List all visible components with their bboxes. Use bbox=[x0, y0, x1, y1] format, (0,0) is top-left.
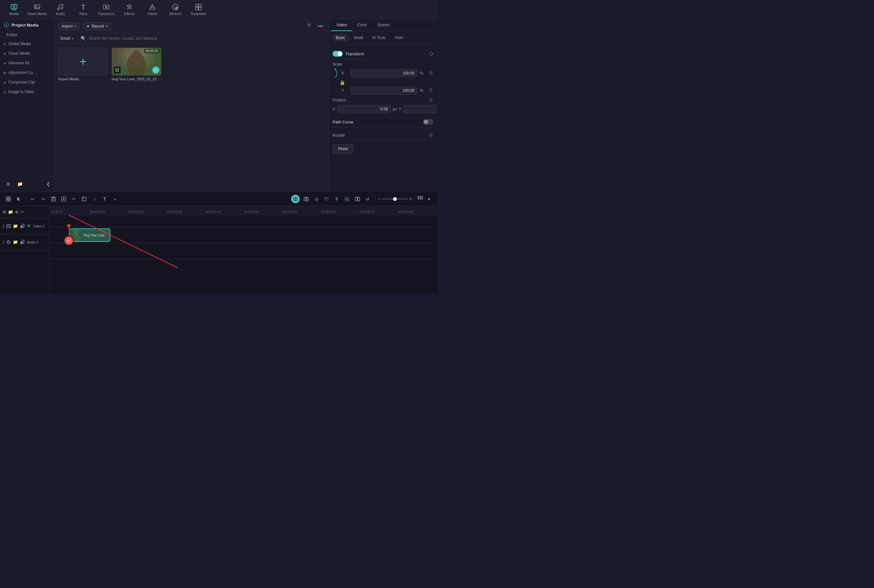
tl-expand-btn[interactable]: ▾ bbox=[424, 195, 433, 204]
tl-cursor-btn[interactable] bbox=[14, 195, 23, 204]
import-plus-icon: + bbox=[80, 55, 86, 69]
search-input[interactable] bbox=[89, 36, 324, 40]
tl-delete-btn[interactable] bbox=[49, 195, 58, 204]
audio-track-volume-btn[interactable]: 🔊 bbox=[20, 240, 25, 244]
nav-effects[interactable]: Effects bbox=[118, 1, 141, 18]
arrow-icon: ▶ bbox=[4, 81, 6, 84]
tl-redo-btn[interactable]: ↪ bbox=[39, 195, 48, 204]
tl-mic-btn[interactable]: 🎙 bbox=[332, 195, 341, 204]
filter-button[interactable] bbox=[305, 21, 313, 31]
add-cut-track-btn[interactable]: ✂ bbox=[21, 210, 24, 214]
zoom-in-btn[interactable]: + bbox=[409, 196, 412, 202]
tl-swap-btn[interactable]: ⇄ bbox=[363, 195, 372, 204]
rotate-keyframe[interactable] bbox=[429, 133, 433, 138]
transform-section: Transform bbox=[332, 48, 433, 60]
tl-shield-btn[interactable]: 🛡 bbox=[322, 195, 331, 204]
tl-grid-btn[interactable] bbox=[4, 195, 13, 204]
svg-rect-40 bbox=[420, 198, 421, 199]
tl-detach-btn[interactable] bbox=[59, 195, 68, 204]
transform-keyframe-icon[interactable] bbox=[429, 51, 433, 56]
sub-tab-mask[interactable]: Mask bbox=[350, 34, 367, 42]
position-y-input[interactable] bbox=[403, 105, 437, 113]
tl-music-btn[interactable]: 🎼 bbox=[343, 195, 352, 204]
import-media-tile[interactable]: + Import Media bbox=[58, 48, 108, 81]
scissors-marker[interactable]: ✂ bbox=[64, 236, 74, 246]
video-media-tile[interactable]: 00:00:05 ✓ Hug Your Love_2025_02_13 1... bbox=[112, 48, 161, 81]
sidebar-item-folder[interactable]: Folder bbox=[0, 31, 54, 39]
sidebar-item-global-media[interactable]: ▶ Global Media bbox=[0, 39, 54, 49]
sub-tab-ai-tools[interactable]: AI Tools bbox=[368, 34, 389, 42]
svg-rect-0 bbox=[11, 4, 17, 9]
tl-camera-btn[interactable] bbox=[302, 195, 311, 204]
arrow-icon: ▶ bbox=[4, 90, 6, 94]
sidebar-collapse-btn[interactable]: ● bbox=[4, 22, 9, 27]
timeline-toolbar: ↩ ↪ ✂ ♪ T » bbox=[0, 192, 437, 206]
tl-target-btn[interactable]: ◎ bbox=[312, 195, 321, 204]
new-folder-button[interactable]: 📁 bbox=[15, 180, 24, 188]
nav-effects-label: Effects bbox=[124, 12, 134, 16]
more-options-button[interactable]: ••• bbox=[317, 22, 324, 30]
video-edit-icon bbox=[114, 66, 121, 74]
audio-track-folder-btn[interactable]: 📁 bbox=[13, 240, 18, 244]
sidebar-header[interactable]: ● Project Media bbox=[0, 19, 54, 31]
zoom-out-btn[interactable]: − bbox=[378, 196, 380, 202]
position-row: X px Y px bbox=[332, 105, 433, 113]
nav-transitions[interactable]: Transitions bbox=[95, 1, 118, 18]
video-track-visible-btn[interactable]: 👁 bbox=[27, 224, 31, 228]
sidebar-item-cloud-media[interactable]: ▶ Cloud Media bbox=[0, 49, 54, 58]
zoom-slider[interactable] bbox=[382, 198, 408, 200]
position-keyframe[interactable] bbox=[429, 98, 433, 102]
add-audio-track-btn[interactable]: 📁 bbox=[8, 210, 13, 214]
scale-x-input[interactable] bbox=[350, 69, 417, 77]
scale-y-input[interactable] bbox=[350, 86, 417, 95]
svg-marker-8 bbox=[149, 4, 155, 10]
sidebar-item-compound-clip[interactable]: ▶ Compound Clip bbox=[0, 77, 54, 87]
add-media-button[interactable]: ⊞ bbox=[4, 180, 13, 188]
svg-rect-38 bbox=[422, 196, 423, 197]
tab-speed[interactable]: Speed bbox=[372, 19, 395, 31]
import-button[interactable]: Import ▾ bbox=[58, 22, 80, 30]
sidebar-item-image-to-video[interactable]: ▶ Image to Video bbox=[0, 87, 54, 97]
video-track-folder-btn[interactable]: 📁 bbox=[13, 224, 18, 228]
sidebar-item-influence-kit[interactable]: ▶ Influence Kit bbox=[0, 58, 54, 68]
smart-filter-button[interactable]: Smart ▾ bbox=[58, 35, 75, 42]
tl-crop-btn[interactable] bbox=[80, 195, 89, 204]
position-x-unit: px bbox=[393, 107, 397, 111]
nav-stock-media[interactable]: Stock Media bbox=[26, 1, 49, 18]
tab-color[interactable]: Color bbox=[352, 19, 372, 31]
add-extra-track-btn[interactable]: ⊕ bbox=[15, 210, 18, 214]
nav-media[interactable]: Media bbox=[3, 1, 26, 18]
tl-undo-btn[interactable]: ↩ bbox=[29, 195, 38, 204]
tab-video[interactable]: Video bbox=[331, 19, 352, 31]
tl-more-btn[interactable]: » bbox=[110, 195, 119, 204]
layout-grid-btn[interactable] bbox=[417, 196, 423, 202]
scale-x-keyframe[interactable] bbox=[429, 71, 433, 75]
nav-titles[interactable]: T Titles bbox=[72, 1, 95, 18]
video-clip[interactable]: Hug Your Love... bbox=[69, 228, 110, 242]
lock-icon[interactable]: 🔒 bbox=[339, 80, 345, 85]
sidebar-collapse-right-btn[interactable]: ❮ bbox=[47, 182, 50, 186]
nav-stickers[interactable]: Stickers bbox=[164, 1, 187, 18]
video-track-volume-btn[interactable]: 🔊 bbox=[20, 224, 25, 228]
path-curve-toggle[interactable] bbox=[423, 119, 433, 125]
sub-tab-anim[interactable]: Anim bbox=[391, 34, 407, 42]
sub-tab-basic[interactable]: Basic bbox=[332, 34, 349, 42]
position-x-input[interactable] bbox=[337, 105, 391, 113]
transform-toggle[interactable] bbox=[332, 51, 343, 57]
nav-templates[interactable]: Templates bbox=[187, 1, 210, 18]
tl-transition-btn[interactable] bbox=[353, 195, 362, 204]
scale-y-keyframe[interactable] bbox=[429, 88, 433, 93]
sidebar-item-adjustment[interactable]: ▶ Adjustment La... bbox=[0, 68, 54, 77]
svg-rect-15 bbox=[195, 8, 198, 10]
playhead-btn[interactable] bbox=[290, 194, 300, 204]
panel-content: Transform Scale bbox=[329, 45, 437, 192]
reset-button[interactable]: Reset bbox=[332, 144, 353, 153]
tl-text-btn[interactable]: T bbox=[100, 195, 109, 204]
tl-audio-edit-btn[interactable]: ♪ bbox=[90, 195, 99, 204]
video-thumb: 00:00:05 ✓ bbox=[112, 48, 161, 75]
record-button[interactable]: Record ▾ bbox=[83, 22, 111, 30]
tl-cut-btn[interactable]: ✂ bbox=[69, 195, 78, 204]
add-video-track-btn[interactable]: ⊞ bbox=[3, 210, 6, 214]
nav-audio[interactable]: Audio bbox=[49, 1, 72, 18]
nav-filters[interactable]: Filters bbox=[141, 1, 164, 18]
